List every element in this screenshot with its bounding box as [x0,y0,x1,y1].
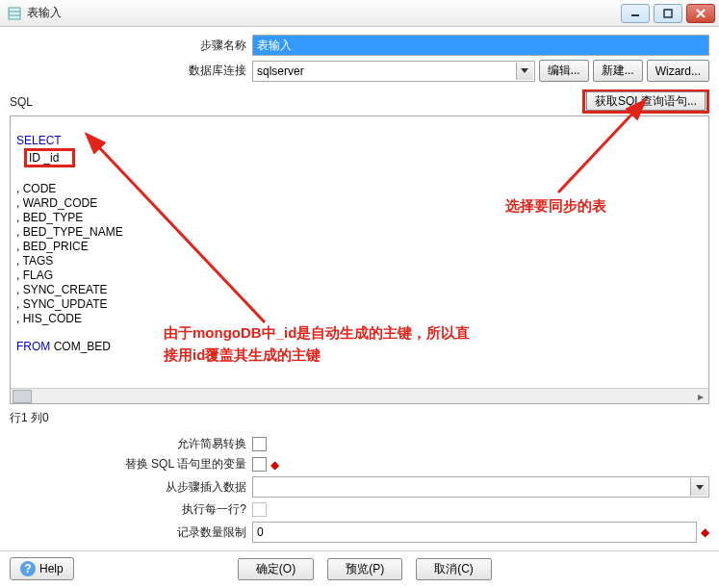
chevron-down-icon [521,68,528,73]
record-limit-input[interactable]: 0 [252,522,697,543]
required-indicator-icon: ◆ [701,525,709,539]
help-button[interactable]: ? Help [10,557,74,580]
status-row: 行1 列0 [0,404,719,432]
scrollbar-right-arrow[interactable]: ▸ [693,390,708,403]
lower-form: 允许简易转换 替换 SQL 语句里的变量 ◆ 从步骤插入数据 执行每一行? 记录… [0,432,719,550]
required-indicator-icon: ◆ [270,458,279,472]
replace-vars-label: 替换 SQL 语句里的变量 [10,456,252,473]
sql-section: SQL 获取SQL查询语句... SELECT ID _id , CODE , … [0,89,719,404]
sql-textarea[interactable]: SELECT ID _id , CODE , WARD_CODE , BED_T… [10,115,709,404]
sql-select-kw: SELECT [16,134,62,147]
app-icon [8,7,21,20]
sql-body: , CODE , WARD_CODE , BED_TYPE , BED_TYPE… [16,182,123,325]
exec-each-row-checkbox[interactable] [252,502,267,517]
cursor-position: 行1 列0 [10,411,49,424]
get-sql-button[interactable]: 获取SQL查询语句... [586,91,706,111]
allow-lazy-checkbox[interactable] [252,437,267,451]
bottom-bar: ? Help 确定(O) 预览(P) 取消(C) [0,550,719,586]
id-highlight-box: ID _id [24,148,75,167]
help-icon: ? [20,561,36,576]
record-limit-label: 记录数量限制 [10,524,252,541]
ok-button[interactable]: 确定(O) [238,558,314,580]
sql-label: SQL [10,95,582,109]
sql-from-rest: COM_BED [50,340,111,353]
sql-id-line: ID _id [29,151,59,165]
exec-each-row-label: 执行每一行? [10,501,252,518]
sql-from-kw: FROM [16,340,50,353]
window-title: 表输入 [27,5,62,21]
help-label: Help [39,562,64,575]
step-name-value: 表输入 [257,38,292,54]
svg-rect-4 [664,10,672,17]
scrollbar-handle[interactable] [13,390,32,403]
record-limit-value: 0 [257,525,264,539]
combo-dropdown-button[interactable] [690,478,707,496]
get-sql-highlight: 获取SQL查询语句... [582,89,709,114]
new-button[interactable]: 新建... [593,60,643,82]
edit-button[interactable]: 编辑... [539,60,589,82]
titlebar: 表输入 [0,0,719,27]
close-button[interactable] [686,4,715,23]
replace-vars-checkbox[interactable] [252,457,267,472]
step-name-input[interactable]: 表输入 [252,35,709,56]
allow-lazy-label: 允许简易转换 [10,436,252,452]
preview-button[interactable]: 预览(P) [327,558,402,580]
step-name-label: 步骤名称 [10,38,252,54]
sql-h-scrollbar[interactable]: ▸ [11,388,708,403]
db-conn-label: 数据库连接 [10,63,252,79]
chevron-down-icon [696,485,704,490]
svg-rect-0 [9,8,20,19]
db-conn-combo[interactable]: sqlserver [252,61,535,82]
minimize-button[interactable] [621,4,650,23]
insert-from-step-combo[interactable] [252,476,709,498]
form-area: 步骤名称 表输入 数据库连接 sqlserver 编辑... 新建... Wiz… [0,27,719,89]
wizard-button[interactable]: Wizard... [647,60,709,82]
maximize-button[interactable] [654,4,682,23]
db-conn-value: sqlserver [257,64,304,78]
combo-dropdown-button[interactable] [516,63,533,80]
insert-from-step-label: 从步骤插入数据 [10,479,252,496]
cancel-button[interactable]: 取消(C) [416,558,492,580]
